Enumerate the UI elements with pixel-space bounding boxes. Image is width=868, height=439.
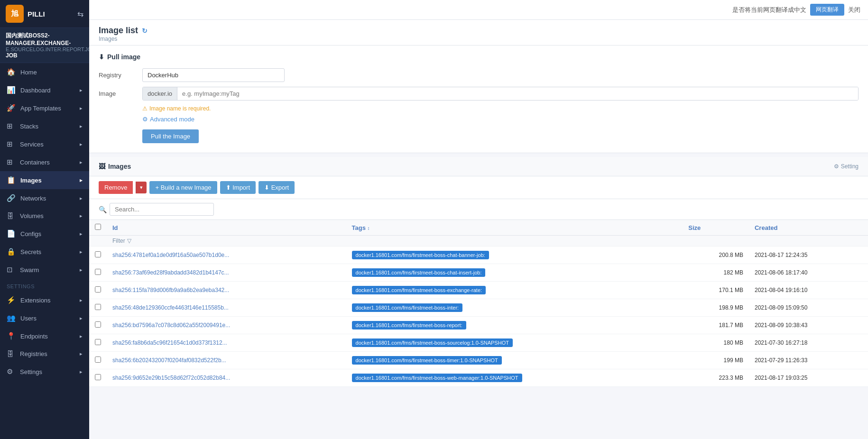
registry-row: Registry [99,68,859,82]
table-row: sha256:4781ef0a1de0d9f16a50ae507b1d0e...… [89,247,868,264]
row-size: 170.1 MB [683,282,749,299]
expand-icon: ▸ [80,123,83,129]
row-checkbox[interactable] [95,251,101,257]
row-checkbox-cell [89,369,107,387]
remove-button[interactable]: Remove [99,181,133,194]
setting-link[interactable]: ⚙ Setting [834,163,859,170]
import-button[interactable]: ⬆ Import [220,181,256,194]
export-button[interactable]: ⬇ Export [259,181,295,194]
row-created: 2021-08-04 19:16:10 [749,282,868,299]
sidebar-item-registries[interactable]: 🗄 Registries ▸ [0,345,89,363]
row-size: 182 MB [683,264,749,282]
search-icon: 🔍 [99,206,107,213]
id-link[interactable]: sha256:6b202432007f0204faf0832d522f2b... [112,357,226,364]
tag-badge[interactable]: docker1.16801.com/fms/firstmeet-boss-sou… [352,338,513,347]
expand-icon: ▸ [80,231,83,237]
sidebar-item-label: Settings [20,368,42,375]
sidebar-item-label: Registries [20,350,47,357]
tag-badge[interactable]: docker1.16801.com/fms/firstmeet-boss-tim… [352,356,502,365]
tag-badge[interactable]: docker1.16801.com/fms/firstmeet-boss-cha… [352,268,486,277]
expand-icon: ▸ [80,369,83,375]
sidebar-item-secrets[interactable]: 🔒 Secrets ▸ [0,243,89,261]
sidebar-item-label: Extensions [20,297,51,304]
download-icon: ⬇ [99,53,104,61]
row-checkbox[interactable] [95,321,101,328]
tag-badge[interactable]: docker1.16801.com/fms/firstmeet-boss-int… [352,303,463,312]
sidebar-item-dashboard[interactable]: 📊 Dashboard ▸ [0,81,89,99]
select-all-checkbox[interactable] [95,224,101,230]
image-name-input[interactable] [177,87,858,100]
sidebar-item-stacks[interactable]: ⊞ Stacks ▸ [0,117,89,135]
sidebar-item-volumes[interactable]: 🗄 Volumes ▸ [0,207,89,225]
id-link[interactable]: sha256:4781ef0a1de0d9f16a50ae507b1d0e... [112,252,229,258]
translate-button[interactable]: 网页翻译 [810,4,844,16]
sidebar-item-label: Swarm [20,266,39,274]
id-link[interactable]: sha256:48de129360ccfe4463f146e115585b... [112,304,229,311]
id-link[interactable]: sha256:115fa789d006fb9a9a6b2ea9eba342... [112,287,229,293]
build-image-button[interactable]: + Build a new Image [149,181,217,194]
search-input[interactable] [110,203,214,216]
volumes-icon: 🗄 [7,212,15,220]
app-templates-icon: 🚀 [7,104,16,112]
sidebar-item-extensions[interactable]: ⚡ Extensions ▸ [0,291,89,309]
row-created: 2021-08-09 10:38:43 [749,317,868,334]
sidebar-item-containers[interactable]: ⊞ Containers ▸ [0,153,89,171]
expand-icon: ▸ [80,177,83,183]
registry-input[interactable] [142,68,285,82]
id-link[interactable]: sha256:9d652e29b15c58d62f72c052d82b84... [112,375,230,381]
sidebar-toggle-icon[interactable]: ⇆ [77,9,83,18]
size-column-header[interactable]: Size [683,220,749,236]
row-checkbox[interactable] [95,286,101,293]
home-icon: 🏠 [7,68,16,76]
tag-badge[interactable]: docker1.16801.com/fms/firstmeet-boss-cha… [352,251,489,259]
id-link[interactable]: sha256:bd7596a7c078c8d062a55f2009491e... [112,322,230,329]
row-checkbox[interactable] [95,357,101,363]
row-checkbox[interactable] [95,304,101,310]
row-created: 2021-07-29 11:26:33 [749,352,868,369]
table-row: sha256:48de129360ccfe4463f146e115585b...… [89,299,868,317]
sidebar-item-endpoints[interactable]: 📍 Endpoints ▸ [0,327,89,345]
tags-column-header[interactable]: Tags ↕ [346,220,683,236]
sidebar-item-label: Volumes [20,212,44,220]
table-row: sha256:6b202432007f0204faf0832d522f2b...… [89,352,868,369]
sidebar-item-networks[interactable]: 🔗 Networks ▸ [0,189,89,207]
sidebar-item-configs[interactable]: 📄 Configs ▸ [0,225,89,243]
dashboard-icon: 📊 [7,86,16,94]
gear-icon: ⚙ [142,116,148,123]
tag-badge[interactable]: docker1.16801.com/fms/firstmeet-boss-rep… [352,321,466,329]
close-topbar-button[interactable]: 关闭 [848,6,860,14]
sidebar-item-label: Services [20,141,44,148]
row-checkbox[interactable] [95,269,101,275]
images-title: 🖼 Images [99,163,131,170]
sidebar-item-services[interactable]: ⊞ Services ▸ [0,135,89,153]
table-row: sha256:9d652e29b15c58d62f72c052d82b84...… [89,369,868,387]
sidebar-item-home[interactable]: 🏠 Home [0,63,89,81]
id-link[interactable]: sha256:73af69ed28f9abdadd3482d1b4147c... [112,269,229,276]
id-column-header[interactable]: Id [107,220,346,236]
advanced-mode-link[interactable]: ⚙ Advanced mode [142,116,859,123]
remove-dropdown-button[interactable]: ▾ [136,182,147,193]
sidebar-item-swarm[interactable]: ⊡ Swarm ▸ [0,261,89,279]
tag-badge[interactable]: docker1.16801.com/fms/firstmeet-boss-exc… [352,286,486,294]
row-tag: docker1.16801.com/fms/firstmeet-boss-exc… [346,282,683,299]
sidebar-item-images[interactable]: 📋 Images ▸ [0,171,89,189]
row-size: 198.9 MB [683,299,749,317]
row-tag: docker1.16801.com/fms/firstmeet-boss-cha… [346,247,683,264]
row-size: 200.8 MB [683,247,749,264]
pull-image-button[interactable]: Pull the Image [142,129,199,143]
refresh-icon[interactable]: ↻ [142,27,148,35]
sidebar-item-settings[interactable]: ⚙ Settings ▸ [0,363,89,381]
image-label: Image [99,90,137,97]
row-id: sha256:9d652e29b15c58d62f72c052d82b84... [107,369,346,387]
select-all-header [89,220,107,236]
row-checkbox[interactable] [95,374,101,380]
tag-badge[interactable]: docker1.16801.com/fms/firstmeet-boss-web… [352,374,522,382]
row-checkbox[interactable] [95,339,101,345]
created-column-header[interactable]: Created [749,220,868,236]
sidebar-item-app-templates[interactable]: 🚀 App Templates ▸ [0,99,89,117]
id-link[interactable]: sha256:fa8b6da5c96f21654c1d0d373f1312... [112,339,227,346]
env-sub: MANAGER.EXCHANGE- [6,40,83,46]
sidebar-item-label: Configs [20,230,41,238]
expand-icon: ▸ [80,267,83,273]
sidebar-item-users[interactable]: 👥 Users ▸ [0,309,89,327]
